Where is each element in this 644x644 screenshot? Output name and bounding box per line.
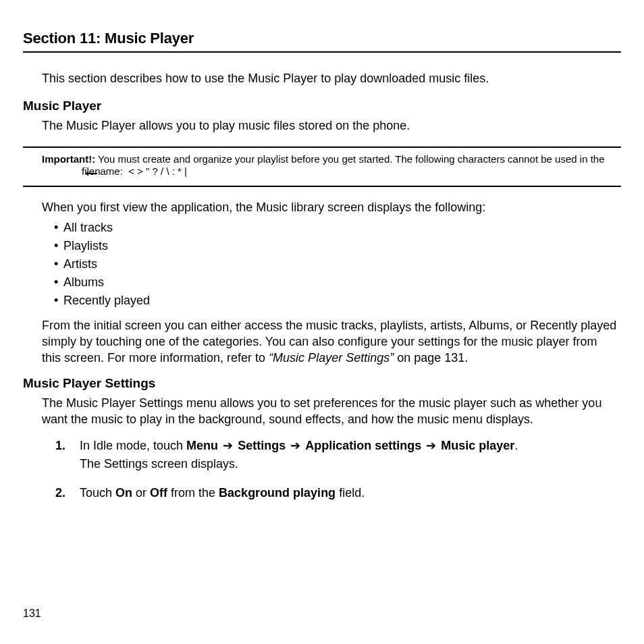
step-1: In Idle mode, touch Menu ➔ Settings ➔ Ap… [55, 437, 621, 473]
step1-pre: In Idle mode, touch [80, 439, 186, 452]
important-note-box: Important!: You must create and organize… [23, 146, 621, 187]
important-chars: < > " ? / \ : * | [126, 165, 187, 177]
arrow-icon: ➔ [425, 437, 437, 455]
step2-post: field. [336, 486, 365, 500]
step2-mid: from the [167, 486, 219, 500]
settings-label: Settings [238, 439, 286, 452]
step-2: Touch On or Off from the Background play… [55, 484, 621, 502]
important-note: Important!: You must create and organize… [63, 153, 621, 179]
step2-or: or [132, 486, 150, 500]
step1-after: The Settings screen displays. [80, 457, 238, 471]
list-item: All tracks [54, 221, 621, 235]
library-list: All tracks Playlists Artists Albums Rece… [54, 221, 621, 308]
off-label: Off [150, 486, 167, 500]
list-item: Artists [54, 257, 621, 271]
settings-heading: Music Player Settings [23, 376, 621, 391]
on-label: On [115, 486, 132, 500]
music-player-heading: Music Player [23, 99, 621, 113]
section-title: Section 11: Music Player [23, 30, 621, 53]
important-label: Important!: [42, 153, 95, 165]
intro-paragraph: This section describes how to use the Mu… [42, 70, 618, 86]
document-page: Section 11: Music Player This section de… [0, 0, 644, 644]
page-number: 131 [23, 608, 41, 620]
arrow-icon: ➔ [221, 437, 234, 455]
arrow-icon: ➔ [289, 437, 302, 455]
list-item: Recently played [54, 294, 621, 308]
nav-para-post: on page 131. [394, 351, 468, 365]
navigation-paragraph: From the initial screen you can either a… [42, 317, 618, 367]
step1-dot: . [514, 439, 518, 452]
step2-pre: Touch [80, 486, 115, 500]
cross-reference: “Music Player Settings” [269, 351, 394, 365]
music-player-body: The Music Player allows you to play musi… [42, 117, 618, 134]
steps-list: In Idle mode, touch Menu ➔ Settings ➔ Ap… [55, 437, 621, 502]
background-playing-label: Background playing [219, 486, 336, 500]
menu-label: Menu [186, 439, 218, 452]
app-settings-label: Application settings [305, 439, 421, 452]
library-lead: When you first view the application, the… [42, 199, 618, 215]
music-player-label: Music player [441, 439, 514, 452]
list-item: Albums [54, 275, 621, 290]
settings-body: The Music Player Settings menu allows yo… [42, 395, 618, 428]
list-item: Playlists [54, 239, 621, 253]
